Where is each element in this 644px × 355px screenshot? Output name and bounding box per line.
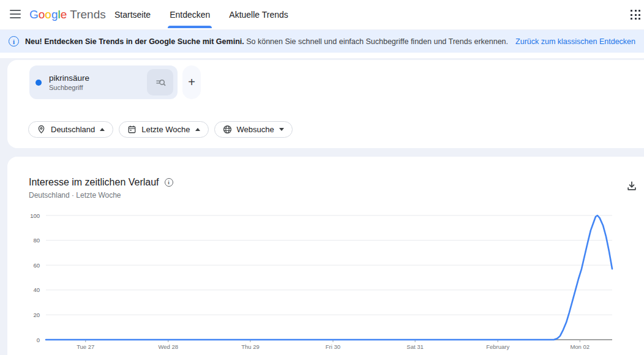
nav-entdecken[interactable]: Entdecken xyxy=(170,0,210,29)
search-term-chip[interactable]: pikrinsäure Suchbegriff xyxy=(29,65,178,99)
add-comparison-button[interactable]: + xyxy=(182,65,201,99)
svg-text:Wed 28: Wed 28 xyxy=(159,343,179,350)
svg-text:80: 80 xyxy=(33,237,40,244)
search-term-label: pikrinsäure xyxy=(49,73,89,83)
chart-subtitle: Deutschland · Letzte Woche xyxy=(29,191,121,200)
banner-message-bold: Neu! Entdecken Sie Trends in der Google … xyxy=(25,37,244,46)
calendar-icon xyxy=(127,125,137,134)
product-name: Trends xyxy=(70,8,105,21)
filter-search-type-label: Websuche xyxy=(237,125,274,134)
svg-text:40: 40 xyxy=(33,286,40,293)
filter-timerange-label: Letzte Woche xyxy=(141,125,190,134)
google-logo-text: Google xyxy=(29,8,67,21)
chevron-down-icon xyxy=(279,128,284,131)
nav-startseite[interactable]: Startseite xyxy=(114,0,151,29)
banner-divider-strip xyxy=(0,53,644,58)
chevron-up-icon xyxy=(100,128,105,131)
chart-info-icon[interactable]: i xyxy=(165,178,173,187)
search-term-type: Suchbegriff xyxy=(49,84,89,91)
filter-region-label: Deutschland xyxy=(51,125,95,134)
svg-text:20: 20 xyxy=(33,312,40,318)
hamburger-menu-icon[interactable] xyxy=(10,10,21,18)
svg-text:February: February xyxy=(486,343,509,350)
primary-nav: Startseite Entdecken Aktuelle Trends xyxy=(114,0,288,29)
svg-text:Tue 27: Tue 27 xyxy=(77,343,94,350)
filter-search-type[interactable]: Websuche xyxy=(214,121,293,138)
svg-text:Sat 31: Sat 31 xyxy=(406,343,423,350)
edit-search-button[interactable] xyxy=(147,69,173,95)
chevron-up-icon xyxy=(195,128,200,131)
google-apps-grid-icon[interactable] xyxy=(631,10,640,20)
series-color-dot xyxy=(36,80,42,86)
nav-aktuelle-trends[interactable]: Aktuelle Trends xyxy=(229,0,288,29)
svg-text:0: 0 xyxy=(37,337,40,343)
gemini-info-banner: i Neu! Entdecken Sie Trends in der Googl… xyxy=(0,30,644,53)
globe-icon xyxy=(223,125,232,134)
info-icon: i xyxy=(9,36,19,47)
banner-message: Neu! Entdecken Sie Trends in der Google … xyxy=(25,37,508,46)
location-pin-icon xyxy=(37,125,46,134)
top-app-bar: Google Trends Startseite Entdecken Aktue… xyxy=(0,0,644,29)
search-list-icon xyxy=(154,77,167,89)
svg-text:Fri 30: Fri 30 xyxy=(326,343,340,350)
back-to-classic-link[interactable]: Zurück zum klassischen Entdecken xyxy=(515,37,635,46)
svg-text:Mon 02: Mon 02 xyxy=(570,343,590,350)
search-terms-card: pikrinsäure Suchbegriff + Deutschland xyxy=(7,60,644,148)
filter-region[interactable]: Deutschland xyxy=(28,121,113,138)
svg-text:60: 60 xyxy=(33,262,40,269)
banner-message-regular: So können Sie schnell und einfach Suchbe… xyxy=(244,37,508,46)
filter-timerange[interactable]: Letzte Woche xyxy=(119,121,208,138)
download-button[interactable] xyxy=(624,179,639,193)
google-trends-logo[interactable]: Google Trends xyxy=(29,0,106,29)
interest-over-time-card: Interesse im zeitlichen Verlauf i Deutsc… xyxy=(7,157,644,355)
svg-text:Thu 29: Thu 29 xyxy=(241,343,260,350)
download-icon xyxy=(626,181,637,192)
svg-text:100: 100 xyxy=(30,212,40,219)
chart-title: Interesse im zeitlichen Verlauf xyxy=(29,177,159,188)
interest-over-time-chart: 020406080100Tue 27Wed 28Thu 29Fri 30Sat … xyxy=(24,208,631,355)
filters-row: Deutschland Letzte Woche Websuche xyxy=(28,121,293,138)
